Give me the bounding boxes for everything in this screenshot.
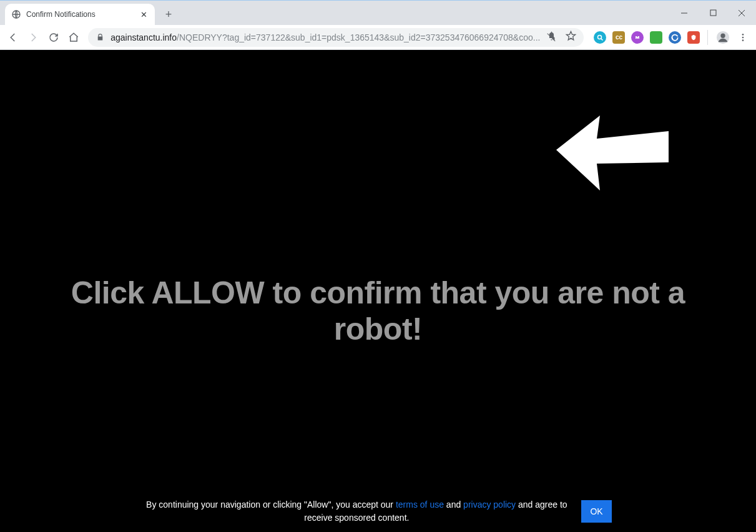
home-button[interactable] — [64, 27, 83, 47]
profile-avatar[interactable] — [713, 27, 732, 47]
svg-line-6 — [601, 39, 603, 41]
globe-icon — [11, 9, 21, 19]
bookmark-star-icon[interactable] — [566, 31, 576, 44]
chrome-menu-button[interactable] — [734, 27, 752, 47]
close-window-button[interactable] — [727, 3, 756, 23]
extension-icon-5[interactable] — [669, 31, 681, 44]
extension-icon-4[interactable] — [650, 31, 662, 44]
back-button[interactable] — [4, 27, 22, 47]
svg-point-8 — [720, 33, 725, 37]
address-bar[interactable]: againstanctu.info/NQEDRYY?tag_id=737122&… — [88, 28, 584, 47]
forward-button[interactable] — [24, 27, 42, 47]
svg-point-10 — [742, 36, 744, 38]
footer-mid: and — [444, 500, 463, 510]
extension-icon-1[interactable] — [594, 31, 606, 44]
page-content: Click ALLOW to confirm that you are not … — [0, 50, 756, 532]
svg-point-5 — [598, 35, 602, 39]
svg-point-11 — [742, 39, 744, 41]
omnibox-actions — [546, 31, 576, 44]
footer-bar: By continuing your navigation or clickin… — [0, 498, 756, 525]
url-text: againstanctu.info/NQEDRYY?tag_id=737122&… — [110, 32, 540, 42]
window-controls — [670, 1, 756, 25]
browser-tab[interactable]: Confirm Notifications ✕ — [5, 4, 155, 25]
ok-button[interactable]: OK — [581, 500, 611, 523]
privacy-policy-link[interactable]: privacy policy — [463, 500, 516, 510]
svg-marker-12 — [556, 116, 669, 190]
maximize-button[interactable] — [699, 3, 727, 23]
terms-of-use-link[interactable]: terms of use — [396, 500, 444, 510]
arrow-left-icon — [556, 112, 669, 194]
extension-icon-3[interactable] — [631, 31, 644, 44]
tab-strip: Confirm Notifications ✕ + — [0, 1, 177, 25]
extension-icon-6[interactable] — [687, 31, 700, 44]
extension-icon-2[interactable]: cc — [612, 31, 625, 44]
reload-button[interactable] — [44, 27, 63, 47]
close-tab-icon[interactable]: ✕ — [139, 9, 149, 19]
toolbar-divider — [707, 30, 708, 45]
svg-point-9 — [742, 34, 744, 36]
lock-icon — [96, 33, 104, 42]
svg-rect-2 — [710, 10, 716, 16]
window-titlebar: Confirm Notifications ✕ + — [0, 0, 756, 25]
url-host: againstanctu.info — [110, 32, 177, 42]
mute-notifications-icon[interactable] — [546, 31, 557, 44]
browser-toolbar: againstanctu.info/NQEDRYY?tag_id=737122&… — [0, 25, 756, 50]
minimize-button[interactable] — [670, 3, 699, 23]
footer-prefix: By continuing your navigation or clickin… — [146, 500, 396, 510]
tab-title: Confirm Notifications — [26, 10, 134, 19]
extension-icons: cc — [594, 31, 700, 44]
footer-text: By continuing your navigation or clickin… — [144, 498, 569, 525]
headline-text: Click ALLOW to confirm that you are not … — [0, 275, 756, 347]
url-path: /NQEDRYY?tag_id=737122&sub_id1=pdsk_1365… — [177, 32, 540, 42]
new-tab-button[interactable]: + — [160, 6, 177, 23]
